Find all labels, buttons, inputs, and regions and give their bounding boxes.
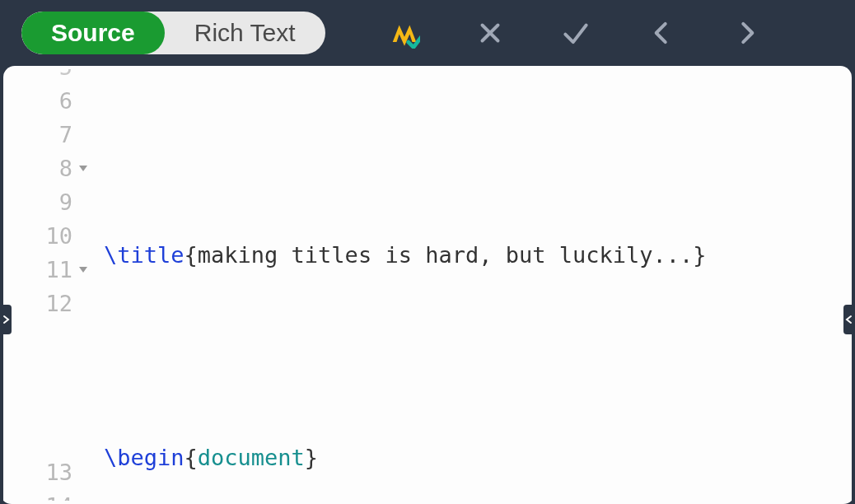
line-number: 12: [3, 287, 91, 455]
line-number: 11: [3, 253, 91, 287]
line-number: 9: [3, 185, 91, 219]
line-number: 6: [3, 84, 91, 118]
prev-icon[interactable]: [638, 10, 684, 56]
accept-icon[interactable]: [553, 10, 599, 56]
code-editor[interactable]: 5 6 7 8 9 10 11 12 13 14 \title{making t…: [3, 66, 852, 504]
tab-source[interactable]: Source: [21, 12, 165, 54]
left-panel-toggle[interactable]: [3, 305, 12, 334]
line-number: 14: [3, 489, 91, 501]
line-number: 8: [3, 152, 91, 185]
code-line: \title{making titles is hard, but luckil…: [104, 238, 852, 272]
code-line: [104, 137, 852, 170]
code-line: \begin{document}: [104, 441, 852, 474]
code-line: [104, 339, 852, 373]
line-number: 7: [3, 118, 91, 152]
code-content[interactable]: \title{making titles is hard, but luckil…: [91, 66, 852, 504]
reject-icon[interactable]: [467, 10, 513, 56]
view-mode-tabs: Source Rich Text: [21, 12, 325, 54]
right-panel-toggle[interactable]: [843, 305, 852, 334]
line-gutter: 5 6 7 8 9 10 11 12 13 14: [3, 66, 91, 504]
toolbar: Source Rich Text: [0, 0, 855, 66]
line-number: 5: [3, 69, 91, 84]
writefull-logo-icon[interactable]: [381, 10, 428, 56]
editor-panel: 5 6 7 8 9 10 11 12 13 14 \title{making t…: [3, 66, 852, 504]
svg-marker-0: [392, 26, 416, 46]
line-number: 13: [3, 455, 91, 489]
next-icon[interactable]: [724, 10, 770, 56]
tab-rich-text[interactable]: Rich Text: [165, 12, 325, 54]
line-number: 10: [3, 219, 91, 253]
